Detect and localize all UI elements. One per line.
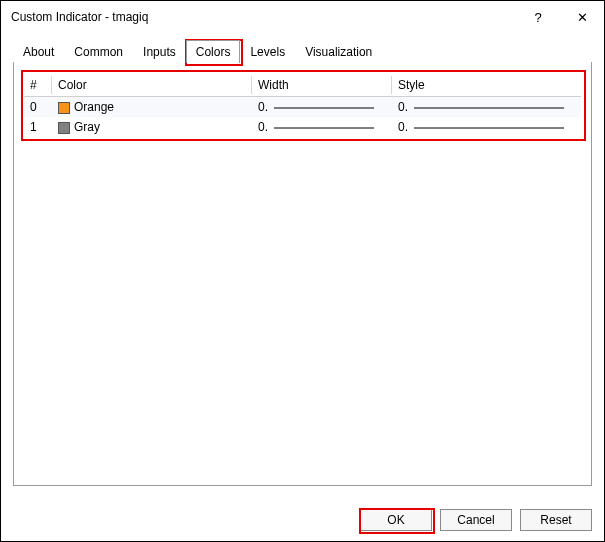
help-button[interactable]: ?: [516, 2, 560, 32]
color-swatch-icon: [58, 102, 70, 114]
tab-inputs[interactable]: Inputs: [133, 40, 186, 63]
row-index: 1: [24, 117, 52, 137]
style-value: 0.: [398, 120, 410, 134]
color-name: Gray: [74, 120, 100, 134]
color-cell[interactable]: Orange: [52, 97, 252, 118]
width-cell[interactable]: 0.: [252, 97, 392, 118]
reset-button[interactable]: Reset: [520, 509, 592, 531]
row-index: 0: [24, 97, 52, 118]
color-swatch-icon: [58, 122, 70, 134]
width-value: 0.: [258, 120, 270, 134]
style-cell[interactable]: 0.: [392, 117, 581, 137]
style-cell[interactable]: 0.: [392, 97, 581, 118]
width-value: 0.: [258, 100, 270, 114]
style-value: 0.: [398, 100, 410, 114]
tab-about[interactable]: About: [13, 40, 64, 63]
cancel-button[interactable]: Cancel: [440, 509, 512, 531]
table-row[interactable]: 0Orange0.0.: [24, 97, 581, 118]
tab-strip: About Common Inputs Colors Levels Visual…: [13, 39, 592, 62]
tab-panel-colors: # Color Width Style 0Orange0.0.1Gray0.0.: [13, 62, 592, 486]
tab-colors[interactable]: Colors: [186, 40, 241, 63]
title-bar: Custom Indicator - tmagiq ? ✕: [1, 1, 604, 33]
grid-header-row: # Color Width Style: [24, 74, 581, 97]
dialog-buttons: OK Cancel Reset: [360, 509, 592, 531]
tab-common[interactable]: Common: [64, 40, 133, 63]
grid-header-index[interactable]: #: [24, 74, 52, 97]
table-row[interactable]: 1Gray0.0.: [24, 117, 581, 137]
color-name: Orange: [74, 100, 114, 114]
color-cell[interactable]: Gray: [52, 117, 252, 137]
close-button[interactable]: ✕: [560, 2, 604, 32]
tab-visualization[interactable]: Visualization: [295, 40, 382, 63]
grid-header-color[interactable]: Color: [52, 74, 252, 97]
window-title: Custom Indicator - tmagiq: [11, 10, 516, 24]
grid-header-width[interactable]: Width: [252, 74, 392, 97]
grid-header-style[interactable]: Style: [392, 74, 581, 97]
color-grid[interactable]: # Color Width Style 0Orange0.0.1Gray0.0.: [24, 74, 581, 137]
tab-levels[interactable]: Levels: [240, 40, 295, 63]
ok-button[interactable]: OK: [360, 509, 432, 531]
width-cell[interactable]: 0.: [252, 117, 392, 137]
